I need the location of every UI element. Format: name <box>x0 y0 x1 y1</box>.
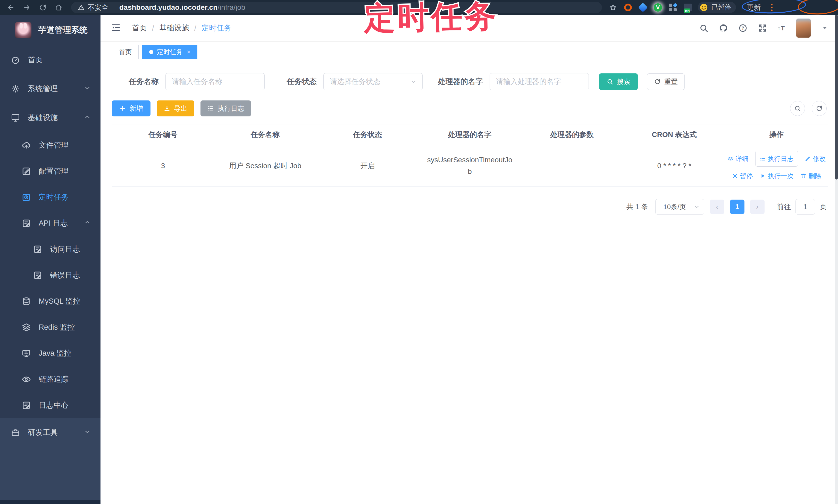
address-separator <box>114 4 114 11</box>
extension-grid-icon[interactable] <box>668 3 678 12</box>
extension-blue-icon[interactable] <box>638 3 648 12</box>
eye-icon <box>22 375 31 384</box>
detail-link[interactable]: 详细 <box>728 154 749 164</box>
avatar-caret-icon[interactable] <box>819 23 830 34</box>
run-once-link[interactable]: 执行一次 <box>760 171 794 181</box>
sidebar-logo-row[interactable]: 芋道管理系统 <box>0 15 101 46</box>
search-button-label: 搜索 <box>617 77 630 86</box>
extension-green-icon[interactable]: V <box>653 3 663 12</box>
task-status-label: 任务状态 <box>287 76 317 87</box>
breadcrumb-separator: / <box>194 24 196 33</box>
export-button[interactable]: 导出 <box>157 101 194 116</box>
url-host: dashboard.yudao.iocoder.cn <box>119 3 217 12</box>
database-icon <box>22 297 31 306</box>
refresh-button[interactable] <box>812 101 827 116</box>
gauge-icon <box>11 55 20 65</box>
browser-home-icon[interactable] <box>54 2 64 13</box>
tab-job[interactable]: 定时任务 × <box>142 45 197 59</box>
annotation-title: 定时任务 <box>364 0 499 40</box>
sidebar-item-label: 日志中心 <box>39 400 69 411</box>
sidebar-item-java[interactable]: Java 监控 <box>0 340 101 366</box>
extension-on-icon[interactable]: on <box>683 3 693 12</box>
browser-back-icon[interactable] <box>6 2 16 13</box>
exec-log-button[interactable]: 执行日志 <box>200 101 251 116</box>
extension-paused-chip[interactable]: 已暂停 <box>698 2 736 13</box>
sidebar-item-label: 基础设施 <box>28 112 58 123</box>
sidebar-dev-zone: 研发工具 <box>0 418 101 504</box>
chevron-up-icon <box>84 219 91 228</box>
sidebar-collapse-icon[interactable] <box>111 22 122 34</box>
prev-page-button[interactable]: ‹ <box>710 200 724 214</box>
breadcrumb-home[interactable]: 首页 <box>132 23 147 33</box>
help-icon[interactable]: ? <box>737 23 748 34</box>
pause-link[interactable]: 暂停 <box>732 171 753 181</box>
close-icon[interactable]: × <box>187 49 190 56</box>
breadcrumb-current: 定时任务 <box>202 23 231 33</box>
sidebar-item-file[interactable]: 文件管理 <box>0 132 101 158</box>
sidebar-item-error-log[interactable]: 错误日志 <box>0 262 101 288</box>
sidebar-footer-strip <box>0 500 101 504</box>
scrollbar-thumb[interactable] <box>835 15 838 180</box>
tab-home[interactable]: 首页 <box>112 45 139 59</box>
sidebar-item-job[interactable]: 定时任务 <box>0 184 101 210</box>
breadcrumb-infra[interactable]: 基础设施 <box>159 23 189 33</box>
sidebar-item-mysql[interactable]: MySQL 监控 <box>0 288 101 314</box>
task-name-input[interactable] <box>165 73 265 90</box>
cell-handler-name: sysUserSessionTimeoutJob <box>419 145 521 186</box>
sidebar-item-label: 研发工具 <box>28 428 58 438</box>
sidebar-item-label: 配置管理 <box>39 166 69 176</box>
page-scrollbar[interactable] <box>835 15 838 504</box>
browser-reload-icon[interactable] <box>38 2 48 13</box>
edit-link[interactable]: 修改 <box>805 154 826 164</box>
handler-name-input[interactable] <box>490 73 589 90</box>
sidebar-item-access-log[interactable]: 访问日志 <box>0 236 101 262</box>
goto-unit-label: 页 <box>820 202 827 212</box>
sidebar-item-label: API 日志 <box>39 218 68 229</box>
font-size-icon[interactable]: TT <box>777 23 787 34</box>
sidebar-item-config[interactable]: 配置管理 <box>0 158 101 184</box>
fullscreen-icon[interactable] <box>757 23 768 34</box>
browser-forward-icon[interactable] <box>22 2 32 13</box>
add-button[interactable]: 新增 <box>112 101 151 116</box>
github-icon[interactable] <box>718 23 729 34</box>
page-1-button[interactable]: 1 <box>730 200 745 214</box>
page-size-select[interactable]: 10条/页 <box>655 199 704 215</box>
delete-link[interactable]: 删除 <box>800 171 821 181</box>
exec-log-link[interactable]: 执行日志 <box>755 151 798 167</box>
sidebar-item-redis[interactable]: Redis 监控 <box>0 314 101 340</box>
search-form: 任务名称 任务状态 处理器的名字 搜索 重置 <box>129 73 838 90</box>
search-button[interactable]: 搜索 <box>599 73 638 90</box>
sidebar-item-label: 文件管理 <box>39 140 69 150</box>
log-edit-icon <box>22 401 31 410</box>
col-task-name: 任务名称 <box>214 124 316 145</box>
total-count: 共 1 条 <box>626 202 648 212</box>
sidebar-item-api-log[interactable]: API 日志 <box>0 210 101 236</box>
reset-button[interactable]: 重置 <box>647 73 685 90</box>
chevron-down-icon <box>84 85 91 93</box>
sidebar-item-infra[interactable]: 基础设施 <box>0 103 101 132</box>
sidebar-item-devtools[interactable]: 研发工具 <box>0 418 101 447</box>
cloud-upload-icon <box>22 141 31 150</box>
task-name-label: 任务名称 <box>129 76 159 87</box>
reset-button-label: 重置 <box>664 77 678 86</box>
extension-orange-icon[interactable] <box>623 3 633 12</box>
sidebar-item-log-center[interactable]: 日志中心 <box>0 392 101 418</box>
user-avatar[interactable] <box>796 19 811 38</box>
screen: 不安全 dashboard.yudao.iocoder.cn/infra/job… <box>0 0 838 504</box>
sidebar-item-trace[interactable]: 链路追踪 <box>0 366 101 392</box>
bookmark-star-icon[interactable] <box>608 3 618 12</box>
search-icon[interactable] <box>698 23 709 34</box>
breadcrumb: 首页 / 基础设施 / 定时任务 <box>132 23 231 33</box>
app-logo <box>15 22 32 38</box>
address-bar[interactable]: 不安全 dashboard.yudao.iocoder.cn/infra/job <box>71 2 602 13</box>
next-page-button[interactable]: › <box>750 200 765 214</box>
goto-page-input[interactable] <box>796 199 815 215</box>
log-edit-icon <box>33 245 42 254</box>
task-status-select[interactable] <box>324 73 423 90</box>
hide-search-button[interactable] <box>790 101 805 116</box>
table-row: 3 用户 Session 超时 Job 开启 sysUserSessionTim… <box>112 145 828 187</box>
sidebar-item-home[interactable]: 首页 <box>0 46 101 74</box>
annotation-orange-ellipse <box>797 0 838 15</box>
task-status-select-input[interactable] <box>324 73 423 90</box>
sidebar-item-system[interactable]: 系统管理 <box>0 74 101 103</box>
